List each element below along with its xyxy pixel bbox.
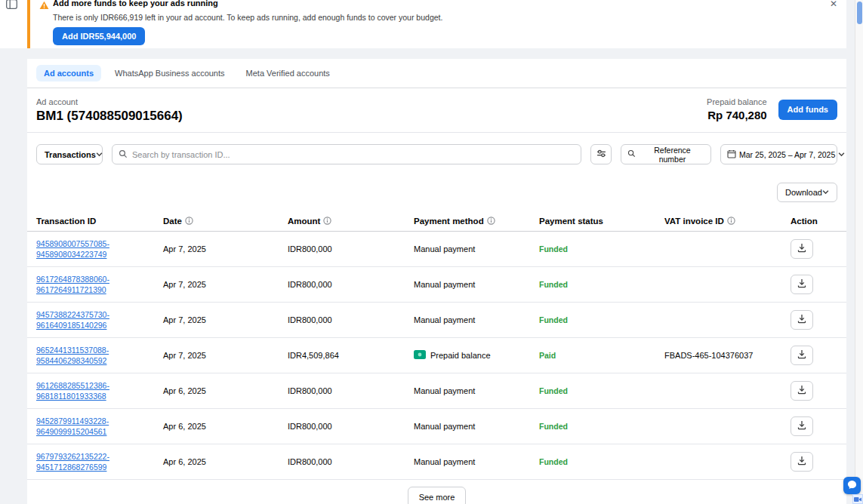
scrollbar-thumb[interactable] <box>857 2 862 24</box>
account-header: Ad account BM1 (574088509015664) Prepaid… <box>27 88 846 132</box>
info-icon[interactable] <box>323 217 331 226</box>
payment-method-label: Manual payment <box>414 315 475 324</box>
transaction-date: Apr 7, 2025 <box>163 315 288 324</box>
table-header-label: Payment method <box>414 217 484 226</box>
table-header-cell: Action <box>791 217 837 226</box>
tab-whatsapp-business-accounts[interactable]: WhatsApp Business accounts <box>107 65 233 81</box>
table-header-cell: Payment status <box>539 217 664 226</box>
transaction-date: Apr 7, 2025 <box>163 351 288 360</box>
table-row: 9652441311537088-9584406298340592 Apr 7,… <box>27 338 846 373</box>
transaction-search[interactable] <box>112 144 581 164</box>
table-row: 9457388224375730-9616409185140296 Apr 7,… <box>27 303 846 338</box>
transaction-id-link[interactable]: 9679793262135222-9451712868276599 <box>36 452 109 472</box>
table-header-label: Date <box>163 217 182 226</box>
table-header-label: Action <box>791 217 818 226</box>
chevron-down-icon <box>96 150 103 159</box>
table-header-cell: Transaction ID <box>36 217 163 226</box>
download-icon <box>797 456 806 468</box>
account-tabs: Ad accounts WhatsApp Business accounts M… <box>27 59 846 88</box>
filter-settings-button[interactable] <box>590 144 612 164</box>
scrollbar[interactable] <box>855 0 863 504</box>
table-header-cell: Amount <box>288 217 414 226</box>
table-row: 9458908007557085-9458908034223749 Apr 7,… <box>27 232 846 267</box>
prepaid-balance: Prepaid balance Rp 740,280 <box>707 97 767 121</box>
payment-status-badge: Funded <box>539 244 568 254</box>
filters-toolbar: Transactions Reference <box>27 132 846 171</box>
table-header-label: Amount <box>288 217 320 226</box>
table-header-cell: VAT invoice ID <box>664 217 791 226</box>
transaction-date: Apr 7, 2025 <box>163 280 288 289</box>
chevron-down-icon <box>822 188 829 197</box>
messenger-chat-button[interactable] <box>843 477 861 494</box>
reference-number-label: Reference number <box>640 146 704 164</box>
payment-status-badge: Funded <box>539 457 568 466</box>
download-icon <box>797 349 806 361</box>
reference-number-button[interactable]: Reference number <box>621 144 711 164</box>
payment-status-badge: Funded <box>539 386 568 395</box>
table-row: 9617264878388060-9617264911721390 Apr 7,… <box>27 267 846 303</box>
download-invoice-button[interactable] <box>791 416 813 436</box>
download-button[interactable]: Download <box>777 183 837 202</box>
search-icon <box>627 149 636 159</box>
transaction-amount: IDR4,509,864 <box>288 351 414 360</box>
download-invoice-button[interactable] <box>791 381 813 401</box>
download-invoice-button[interactable] <box>791 275 813 294</box>
transactions-filter-label: Transactions <box>45 150 96 159</box>
banner-content: Add more funds to keep your ads running … <box>53 0 816 45</box>
download-invoice-button[interactable] <box>791 239 813 259</box>
transaction-amount: IDR800,000 <box>288 457 414 466</box>
tab-meta-verified-accounts[interactable]: Meta Verified accounts <box>239 65 337 81</box>
chat-bubble-icon <box>847 480 857 492</box>
banner-add-funds-button[interactable]: Add IDR55,944,000 <box>53 27 145 45</box>
low-funds-banner: Add more funds to keep your ads running … <box>27 0 846 48</box>
payment-method-label: Manual payment <box>414 457 475 466</box>
tab-ad-accounts[interactable]: Ad accounts <box>36 65 101 81</box>
payment-status-badge: Funded <box>539 280 568 289</box>
transaction-id-link[interactable]: 9612688285512386-9681811801933368 <box>36 381 109 401</box>
banner-body: There is only IDR666,919 left in your ad… <box>53 13 816 22</box>
payment-method: Prepaid balance <box>414 350 539 361</box>
transaction-amount: IDR800,000 <box>288 315 414 324</box>
see-more-button[interactable]: See more <box>408 487 467 504</box>
left-edge-strip <box>0 0 27 48</box>
prepaid-balance-value: Rp 740,280 <box>707 109 767 121</box>
transactions-filter-dropdown[interactable]: Transactions <box>36 144 103 164</box>
date-range-label: Mar 25, 2025 – Apr 7, 2025 <box>739 150 835 159</box>
download-invoice-button[interactable] <box>791 346 813 365</box>
download-icon <box>797 243 806 255</box>
payment-method-label: Prepaid balance <box>430 351 491 360</box>
table-row: 9679793262135222-9451712868276599 Apr 6,… <box>27 444 846 480</box>
download-icon <box>797 385 806 397</box>
payment-status-badge: Paid <box>539 351 556 360</box>
download-invoice-button[interactable] <box>791 310 813 330</box>
ad-account-name: BM1 (574088509015664) <box>36 109 183 124</box>
prepaid-balance-label: Prepaid balance <box>707 97 767 106</box>
transaction-id-link[interactable]: 9457388224375730-9616409185140296 <box>36 310 109 330</box>
sidebar-toggle-icon[interactable] <box>6 0 17 12</box>
table-body: 9458908007557085-9458908034223749 Apr 7,… <box>27 232 846 480</box>
payment-method: Manual payment <box>414 422 539 431</box>
warning-icon <box>39 0 49 13</box>
transaction-date: Apr 6, 2025 <box>163 422 288 431</box>
billing-payment-activity-page: Add more funds to keep your ads running … <box>0 0 863 504</box>
payment-method: Manual payment <box>414 386 539 395</box>
calendar-icon <box>727 149 736 160</box>
download-invoice-button[interactable] <box>791 452 813 472</box>
date-range-picker[interactable]: Mar 25, 2025 – Apr 7, 2025 <box>720 144 837 164</box>
search-icon <box>119 148 128 161</box>
transaction-id-link[interactable]: 9652441311537088-9584406298340592 <box>36 346 109 365</box>
info-icon[interactable] <box>185 217 193 226</box>
info-icon[interactable] <box>727 217 735 226</box>
close-icon: ✕ <box>830 0 837 9</box>
transaction-id-link[interactable]: 9458908007557085-9458908034223749 <box>36 239 109 259</box>
info-icon[interactable] <box>487 217 495 226</box>
transaction-date: Apr 7, 2025 <box>163 244 288 254</box>
transaction-id-link[interactable]: 9617264878388060-9617264911721390 <box>36 275 109 294</box>
add-funds-button[interactable]: Add funds <box>778 100 837 120</box>
download-icon <box>797 420 806 432</box>
banner-title: Add more funds to keep your ads running <box>53 0 816 8</box>
banner-close-button[interactable]: ✕ <box>830 0 837 9</box>
search-input[interactable] <box>132 150 575 159</box>
transaction-id-link[interactable]: 9452879911493228-9649099915204561 <box>36 416 109 436</box>
payment-method-label: Manual payment <box>414 280 475 289</box>
